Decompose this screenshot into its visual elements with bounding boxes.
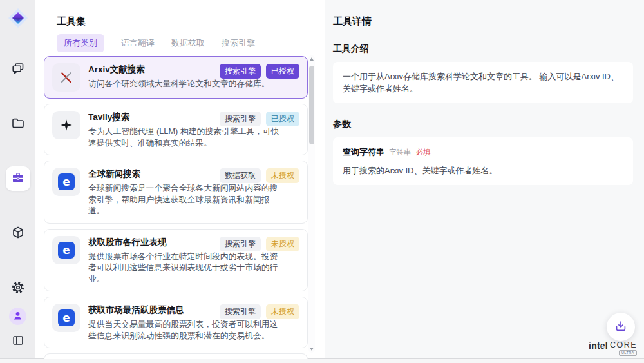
brand-ultra-badge: ultra [619,350,637,356]
person-icon [12,309,24,324]
left-icon-rail [0,0,35,358]
tool-card-tavily[interactable]: Tavily搜索 专为人工智能代理 (LLM) 构建的搜索引擎工具，可快速提供实… [44,104,308,155]
params-heading: 参数 [333,119,633,130]
nav-chat-button[interactable] [6,57,30,81]
folder-icon [10,115,26,133]
tool-card-arxiv[interactable]: Arxiv文献搜索 访问各个研究领域大量科学论文和文章的存储库。 搜索引擎 已授… [44,56,308,99]
download-button[interactable] [607,313,635,341]
param-description: 用于搜索的Arxiv ID、关键字或作者姓名。 [343,164,623,177]
tool-description: 提供股票市场各个行业在特定时间段内的表现。投资者可以利用这些信息来识别表现优于或… [88,251,285,285]
nav-toolbox-button[interactable] [6,166,30,191]
toolbox-icon [10,170,26,188]
auth-status-badge: 未授权 [266,168,299,183]
auth-status-badge: 已授权 [266,64,299,79]
param-required-badge: 必填 [416,146,431,159]
cube-icon [10,225,26,242]
tab-all-categories[interactable]: 所有类别 [57,34,104,52]
gear-icon [10,280,26,297]
news-search-icon: e [52,168,80,196]
param-type: 字符串 [389,146,412,159]
nav-cube-button[interactable] [6,221,30,246]
category-badge: 搜索引擎 [220,112,261,126]
category-badge: 搜索引擎 [220,64,261,79]
tool-intro-text: 一个用于从Arxiv存储库搜索科学论文和文章的工具。 输入可以是Arxiv ID… [343,72,619,93]
tool-card-global-news[interactable]: e 全球新闻搜索 全球新闻搜索是一个聚合全球各大新闻网站内容的搜索引擎，帮助用户… [44,161,308,224]
rail-nav [6,57,30,300]
details-title: 工具详情 [333,15,633,28]
panel-toggle-button[interactable] [8,331,28,351]
app-window: 工具集 所有类别 语言翻译 数据获取 搜索引擎 Arxiv文献搜索 访问 [0,0,644,359]
auth-status-badge: 未授权 [266,304,299,319]
tool-description: 访问各个研究领域大量科学论文和文章的存储库。 [88,78,270,90]
parameter-box: 查询字符串 字符串 必填 用于搜索的Arxiv ID、关键字或作者姓名。 [333,137,633,185]
tool-details-panel: 工具详情 工具介绍 一个用于从Arxiv存储库搜索科学论文和文章的工具。 输入可… [325,0,644,358]
tab-data-fetching[interactable]: 数据获取 [171,34,205,52]
auth-status-badge: 未授权 [266,237,299,251]
category-tabs: 所有类别 语言翻译 数据获取 搜索引擎 [57,34,255,52]
gem-logo-icon [6,6,30,32]
four-point-star-icon [52,111,80,139]
category-badge: 搜索引擎 [220,304,261,319]
tool-card-regional-news[interactable]: 万维地区新闻查询 查询具体行政区划内的新闻，快速了解各地新闻动 搜索引擎 未授权 [44,353,308,359]
brand-intel: intel [589,340,608,351]
scrollbar-thumb[interactable] [309,66,314,144]
tab-language-translation[interactable]: 语言翻译 [121,34,155,52]
stock-sector-icon: e [52,236,80,264]
list-scrollbar[interactable] [308,55,315,353]
tool-description: 专为人工智能代理 (LLM) 构建的搜索引擎工具，可快速提供实时、准确和真实的结… [88,126,285,148]
tool-card-most-active-stocks[interactable]: e 获取市场最活跃股票信息 提供当天交易量最高的股票列表，投资者可以利用这些信息… [44,297,308,348]
page-title: 工具集 [57,15,86,28]
category-badge: 搜索引擎 [220,237,261,251]
nav-folder-button[interactable] [6,112,30,136]
category-badge: 数据获取 [220,168,261,183]
brand-core: core [610,340,637,349]
download-icon [614,319,628,335]
param-name: 查询字符串 [343,146,384,158]
nav-settings-button[interactable] [6,276,30,300]
chat-icon [10,61,26,78]
tab-search-engine[interactable]: 搜索引擎 [222,34,255,52]
panel-toggle-icon [11,333,25,349]
scroll-up-arrow[interactable] [310,57,314,61]
tool-list: Arxiv文献搜索 访问各个研究领域大量科学论文和文章的存储库。 搜索引擎 已授… [44,56,308,359]
intel-core-logo: intel core ultra [589,340,637,356]
tool-description: 全球新闻搜索是一个聚合全球各大新闻网站内容的搜索引擎，帮助用户快速获取全球最新资… [88,182,285,217]
user-avatar[interactable] [9,308,26,325]
scroll-down-arrow[interactable] [310,348,314,351]
intro-heading: 工具介绍 [333,43,633,55]
tool-description: 提供当天交易量最高的股票列表，投资者可以利用这些信息来识别流动性强的股票和潜在的… [88,319,285,341]
tool-card-sector-performance[interactable]: e 获取股市各行业表现 提供股票市场各个行业在特定时间段内的表现。投资者可以利用… [44,229,308,292]
rail-bottom [0,308,35,351]
app-logo[interactable] [6,6,30,31]
active-stocks-icon: e [52,304,80,332]
tools-panel: 工具集 所有类别 语言翻译 数据获取 搜索引擎 Arxiv文献搜索 访问 [35,0,325,358]
tool-intro-box: 一个用于从Arxiv存储库搜索科学论文和文章的工具。 输入可以是Arxiv ID… [333,62,633,103]
auth-status-badge: 已授权 [266,112,299,126]
arxiv-icon [52,63,80,92]
